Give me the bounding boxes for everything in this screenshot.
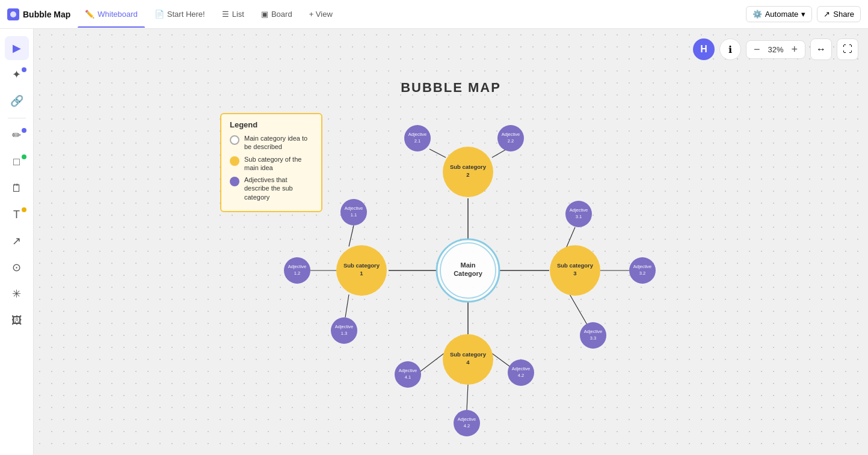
share-icon: ↗ [823, 10, 830, 19]
automate-button[interactable]: ⚙️ Automate ▾ [746, 6, 813, 22]
svg-text:3.2: 3.2 [639, 270, 645, 276]
tab-whiteboard[interactable]: ✏️ Whiteboard [78, 6, 144, 22]
svg-text:2: 2 [466, 171, 469, 178]
svg-text:Adjective: Adjective [512, 366, 530, 371]
zoom-out-button[interactable]: − [751, 43, 763, 56]
svg-line-7 [345, 295, 349, 317]
bubble-map-svg: Main Category Sub category 1 Sub categor… [34, 29, 868, 455]
fit-screen-button[interactable]: ↔ [810, 38, 832, 60]
pen-dot [22, 128, 26, 133]
svg-text:Sub category: Sub category [450, 351, 487, 358]
svg-text:1.3: 1.3 [341, 331, 347, 336]
share-button[interactable]: ↗ Share [817, 6, 861, 22]
app-logo: Bubble Map [7, 8, 70, 20]
sidebar-tool-graph[interactable]: ⊙ [5, 255, 29, 279]
svg-text:Adjective: Adjective [502, 132, 520, 137]
tab-start-here[interactable]: 📄 Start Here! [147, 6, 212, 22]
main-layout: ▶ ✦ 🔗 ✏ □ 🗒 T ↗ ⊙ ✳ 🖼 H ℹ − [0, 29, 868, 455]
sidebar-tool-ai[interactable]: ✦ [5, 63, 29, 87]
svg-text:2.1: 2.1 [414, 138, 420, 144]
nav-right-actions: ⚙️ Automate ▾ ↗ Share [746, 6, 861, 22]
svg-line-15 [467, 385, 468, 410]
sidebar-tool-magic[interactable]: ✳ [5, 282, 29, 306]
logo-icon [7, 8, 19, 20]
svg-text:Category: Category [454, 270, 483, 277]
info-button[interactable]: ℹ [719, 38, 741, 60]
svg-text:Adjective: Adjective [458, 417, 476, 422]
ai-dot [22, 67, 26, 72]
app-title: Bubble Map [23, 10, 70, 19]
sidebar-tool-arrow[interactable]: ↗ [5, 229, 29, 253]
sidebar-divider-1 [8, 118, 26, 118]
whiteboard-icon: ✏️ [85, 10, 94, 19]
sidebar-tool-cursor[interactable]: ▶ [5, 36, 29, 60]
sidebar-tool-shape[interactable]: □ [5, 150, 29, 174]
svg-line-10 [566, 227, 575, 248]
automate-chevron-icon: ▾ [801, 10, 805, 19]
start-here-icon: 📄 [155, 10, 164, 19]
svg-text:Main: Main [460, 261, 475, 269]
canvas-controls: H ℹ − 32% + ↔ ⛶ [693, 38, 858, 60]
svg-text:Adjective: Adjective [345, 206, 363, 211]
fullscreen-button[interactable]: ⛶ [837, 38, 858, 60]
svg-line-5 [349, 225, 354, 246]
list-icon: ☰ [222, 10, 229, 19]
user-avatar: H [693, 38, 715, 60]
svg-text:Sub category: Sub category [450, 163, 487, 170]
tab-add-view[interactable]: + View [302, 6, 340, 22]
svg-text:4: 4 [466, 359, 470, 365]
svg-text:Sub category: Sub category [557, 262, 594, 269]
zoom-level: 32% [765, 45, 786, 54]
svg-text:Adjective: Adjective [633, 264, 651, 269]
canvas-area[interactable]: H ℹ − 32% + ↔ ⛶ BUBBLE MAP Legend Main c… [34, 29, 868, 455]
sidebar-tool-pen[interactable]: ✏ [5, 123, 29, 147]
svg-text:2.2: 2.2 [508, 138, 514, 144]
text-dot [22, 207, 26, 212]
svg-text:3.3: 3.3 [590, 335, 596, 341]
svg-text:1.1: 1.1 [351, 212, 357, 218]
svg-line-8 [429, 149, 446, 157]
svg-text:Adjective: Adjective [584, 329, 602, 334]
svg-text:3: 3 [573, 270, 576, 276]
sidebar-tool-image[interactable]: 🖼 [5, 308, 29, 332]
svg-text:3.1: 3.1 [576, 214, 582, 219]
sidebar-tool-note[interactable]: 🗒 [5, 176, 29, 200]
tab-list[interactable]: ☰ List [215, 6, 251, 22]
sidebar-tool-text[interactable]: T [5, 203, 29, 227]
shape-dot [22, 154, 26, 159]
svg-text:Adjective: Adjective [335, 324, 353, 329]
svg-line-13 [419, 353, 444, 373]
left-sidebar: ▶ ✦ 🔗 ✏ □ 🗒 T ↗ ⊙ ✳ 🖼 [0, 29, 34, 455]
svg-point-0 [10, 11, 16, 17]
zoom-in-button[interactable]: + [789, 43, 800, 56]
svg-text:4.1: 4.1 [405, 374, 411, 380]
top-navigation: Bubble Map ✏️ Whiteboard 📄 Start Here! ☰… [0, 0, 868, 29]
svg-text:Adjective: Adjective [288, 264, 306, 269]
svg-text:Adjective: Adjective [570, 207, 588, 213]
automate-icon: ⚙️ [753, 10, 762, 19]
zoom-controls: − 32% + [746, 40, 805, 59]
svg-text:4.2: 4.2 [518, 373, 524, 378]
tab-board[interactable]: ▣ Board [254, 6, 300, 22]
svg-text:1.2: 1.2 [294, 270, 300, 276]
svg-text:1: 1 [360, 270, 363, 276]
board-icon: ▣ [261, 10, 268, 19]
svg-line-12 [569, 293, 587, 325]
svg-text:Adjective: Adjective [408, 132, 426, 137]
sidebar-tool-link[interactable]: 🔗 [5, 89, 29, 113]
svg-text:Sub category: Sub category [343, 262, 380, 269]
svg-text:Adjective: Adjective [399, 368, 417, 373]
svg-text:4.2: 4.2 [464, 423, 470, 429]
